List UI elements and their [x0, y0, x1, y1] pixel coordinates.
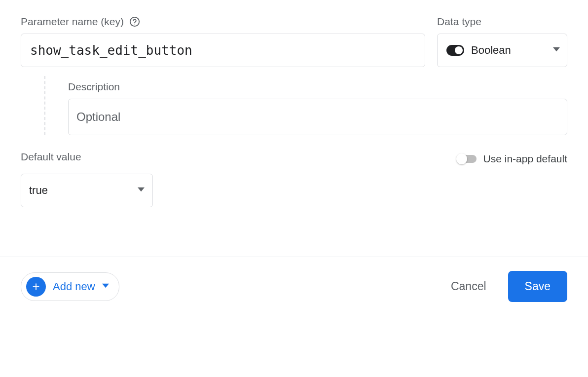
default-value-group: Default value true — [21, 151, 153, 207]
help-icon[interactable] — [129, 16, 141, 28]
save-button[interactable]: Save — [508, 271, 567, 302]
svg-point-1 — [134, 24, 135, 24]
default-value-select[interactable]: true — [21, 174, 153, 207]
parameter-name-group: Parameter name (key) — [21, 16, 425, 67]
description-label: Description — [68, 81, 567, 93]
footer-actions: Cancel Save — [445, 271, 567, 302]
boolean-type-icon — [446, 45, 464, 56]
parameter-form: Parameter name (key) Data type Boolean — [0, 0, 588, 207]
add-new-button[interactable]: Add new — [21, 272, 119, 301]
inapp-default-switch[interactable] — [457, 155, 477, 163]
footer-bar: Add new Cancel Save — [0, 257, 588, 316]
inapp-default-label: Use in-app default — [483, 153, 567, 165]
parameter-name-input[interactable] — [21, 34, 425, 67]
data-type-select[interactable]: Boolean — [437, 34, 567, 67]
data-type-selected-text: Boolean — [471, 44, 546, 57]
parameter-name-label: Parameter name (key) — [21, 16, 425, 28]
add-new-label: Add new — [53, 280, 95, 293]
default-value-label: Default value — [21, 151, 153, 163]
description-section: Description — [21, 76, 567, 135]
cancel-button[interactable]: Cancel — [445, 275, 492, 298]
data-type-label: Data type — [437, 16, 567, 28]
chevron-down-icon — [553, 46, 560, 55]
description-input[interactable] — [68, 99, 567, 135]
plus-icon — [26, 277, 46, 297]
chevron-down-icon — [102, 282, 109, 291]
default-value-row: Default value true Use in-app default — [21, 151, 567, 207]
parameter-name-label-text: Parameter name (key) — [21, 16, 124, 28]
chevron-down-icon — [138, 186, 145, 195]
description-group: Description — [68, 76, 567, 135]
svg-point-0 — [130, 17, 139, 26]
nesting-indicator — [44, 76, 68, 135]
data-type-group: Data type Boolean — [437, 16, 567, 67]
use-inapp-default-toggle: Use in-app default — [457, 153, 567, 165]
top-row: Parameter name (key) Data type Boolean — [21, 16, 567, 67]
default-value-selected-text: true — [29, 184, 48, 197]
